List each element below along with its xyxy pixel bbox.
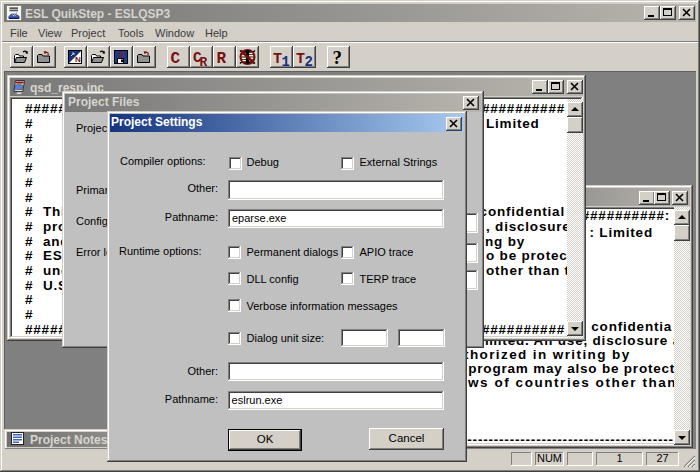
svg-text:?: ? [333, 49, 343, 67]
svg-text:C: C [171, 50, 181, 66]
svg-text:2: 2 [305, 54, 313, 68]
svg-text:R: R [217, 50, 227, 66]
svg-text:1: 1 [282, 54, 290, 68]
svg-text:R: R [200, 55, 208, 67]
svg-text:N: N [75, 55, 81, 64]
svg-text:S: S [119, 50, 125, 59]
